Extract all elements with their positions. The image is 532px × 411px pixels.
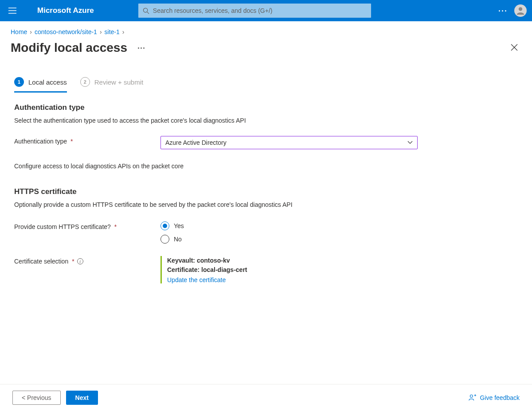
certificate-line: Certificate: local-diags-cert xyxy=(167,265,418,275)
radio-button-icon xyxy=(160,221,169,230)
tab-local-access[interactable]: 1 Local access xyxy=(14,77,67,93)
hamburger-menu-button[interactable] xyxy=(5,4,20,18)
cert-selection-row: Certificate selection* i Keyvault: conto… xyxy=(14,256,518,283)
close-icon xyxy=(511,44,518,51)
chevron-right-icon: › xyxy=(122,28,125,35)
global-search[interactable] xyxy=(138,4,371,18)
required-indicator: * xyxy=(114,223,117,230)
auth-type-value: Azure Active Directory xyxy=(165,139,227,146)
update-certificate-link[interactable]: Update the certificate xyxy=(167,276,226,283)
auth-section-title: Authentication type xyxy=(14,103,518,112)
page-more-button[interactable] xyxy=(135,45,147,51)
tab-review-submit[interactable]: 2 Review + submit xyxy=(80,77,143,93)
chevron-right-icon: › xyxy=(100,28,102,35)
user-avatar[interactable] xyxy=(514,4,527,17)
config-access-text: Configure access to local diagnostics AP… xyxy=(14,163,518,170)
https-section-desc: Optionally provide a custom HTTPS certif… xyxy=(14,201,518,209)
provide-cert-radio-group: Yes No xyxy=(160,221,418,244)
breadcrumb-home[interactable]: Home xyxy=(11,28,27,35)
svg-point-3 xyxy=(143,8,147,12)
step-tabs: 1 Local access 2 Review + submit xyxy=(14,77,518,93)
step-number: 2 xyxy=(80,77,90,87)
svg-line-4 xyxy=(147,12,149,13)
page-title: Modify local access xyxy=(11,41,127,55)
page-header: Modify local access xyxy=(0,39,532,59)
close-button[interactable] xyxy=(508,41,520,55)
auth-type-label: Authentication type xyxy=(14,138,67,145)
cert-selection-label: Certificate selection xyxy=(14,258,68,265)
chevron-down-icon xyxy=(407,141,413,144)
topbar-more-button[interactable] xyxy=(495,7,510,15)
https-section-title: HTTPS certificate xyxy=(14,187,518,196)
top-header: Microsoft Azure xyxy=(0,0,532,21)
auth-type-select[interactable]: Azure Active Directory xyxy=(160,136,418,149)
breadcrumb-site[interactable]: site-1 xyxy=(105,28,120,35)
search-icon xyxy=(143,8,149,14)
radio-no[interactable]: No xyxy=(160,235,418,244)
brand-label[interactable]: Microsoft Azure xyxy=(37,6,94,15)
step-number: 1 xyxy=(14,77,24,87)
search-input[interactable] xyxy=(153,7,367,14)
keyvault-line: Keyvault: contoso-kv xyxy=(167,256,418,265)
radio-button-icon xyxy=(160,235,169,244)
radio-yes[interactable]: Yes xyxy=(160,221,418,230)
info-icon[interactable]: i xyxy=(77,258,83,264)
chevron-right-icon: › xyxy=(30,28,32,35)
breadcrumb-network[interactable]: contoso-network/site-1 xyxy=(35,28,97,35)
provide-cert-row: Provide custom HTTPS certificate?* Yes N… xyxy=(14,221,518,244)
provide-cert-label: Provide custom HTTPS certificate? xyxy=(14,223,111,230)
auth-type-row: Authentication type* Azure Active Direct… xyxy=(14,136,518,149)
radio-yes-label: Yes xyxy=(174,222,184,229)
svg-point-5 xyxy=(519,7,522,11)
hamburger-icon xyxy=(8,8,16,14)
breadcrumb: Home › contoso-network/site-1 › site-1 › xyxy=(0,21,532,39)
person-icon xyxy=(516,6,525,16)
required-indicator: * xyxy=(72,258,74,265)
step-label: Local access xyxy=(28,78,67,86)
required-indicator: * xyxy=(70,138,73,145)
cert-info-block: Keyvault: contoso-kv Certificate: local-… xyxy=(160,256,418,283)
radio-no-label: No xyxy=(174,236,182,243)
step-label: Review + submit xyxy=(94,78,143,86)
content-area: 1 Local access 2 Review + submit Authent… xyxy=(0,59,532,331)
auth-section-desc: Select the authentication type used to a… xyxy=(14,116,518,125)
